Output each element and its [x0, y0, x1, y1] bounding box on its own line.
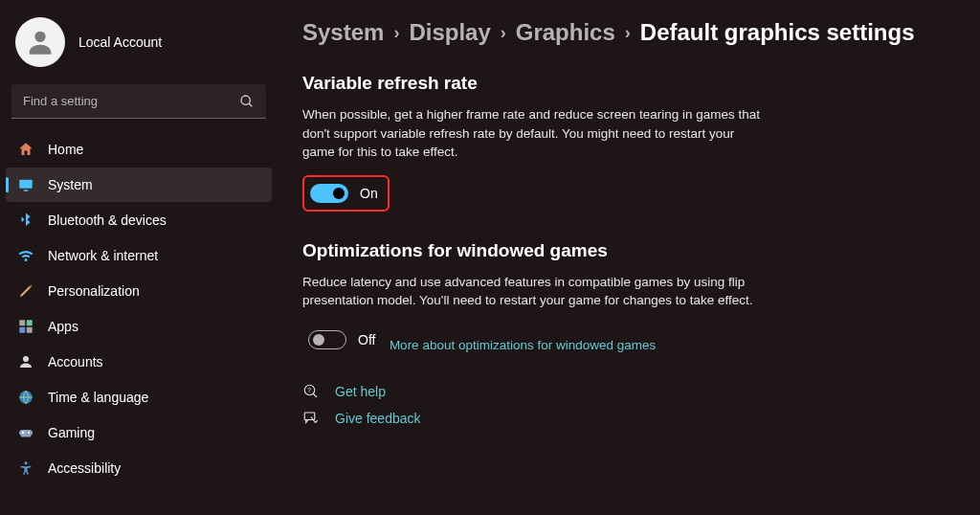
svg-rect-4	[24, 190, 29, 191]
nav-list: Home System Bluetooth & devices Network …	[0, 132, 278, 485]
sidebar-item-network[interactable]: Network & internet	[6, 238, 272, 273]
breadcrumb: System › Display › Graphics › Default gr…	[302, 19, 970, 46]
section-title-windowed: Optimizations for windowed games	[302, 240, 970, 261]
svg-point-11	[28, 432, 30, 434]
accounts-icon	[17, 353, 34, 370]
get-help-row[interactable]: ? Get help	[302, 383, 970, 400]
sidebar-item-accessibility[interactable]: Accessibility	[6, 451, 272, 485]
sidebar-item-gaming[interactable]: Gaming	[6, 415, 272, 450]
breadcrumb-graphics[interactable]: Graphics	[516, 19, 615, 46]
accessibility-icon	[17, 459, 34, 477]
sidebar-item-label: Accounts	[48, 354, 103, 369]
apps-icon	[17, 318, 34, 335]
home-icon	[17, 141, 34, 158]
breadcrumb-current: Default graphics settings	[640, 19, 915, 46]
feedback-row[interactable]: Give feedback	[302, 410, 970, 427]
get-help-link[interactable]: Get help	[335, 384, 386, 399]
user-name: Local Account	[78, 34, 162, 50]
svg-point-1	[241, 96, 250, 104]
svg-rect-18	[304, 413, 315, 420]
sidebar-item-time-language[interactable]: Time & language	[6, 380, 272, 414]
user-account-row[interactable]: Local Account	[0, 17, 278, 84]
section-windowed: Optimizations for windowed games Reduce …	[302, 240, 970, 356]
svg-rect-5	[19, 320, 25, 325]
section-desc-vrr: When possible, get a higher frame rate a…	[302, 105, 762, 162]
sidebar-item-label: Time & language	[48, 390, 148, 405]
sidebar-item-apps[interactable]: Apps	[6, 309, 272, 344]
vrr-toggle-label: On	[360, 186, 378, 201]
search-input[interactable]	[11, 84, 266, 119]
svg-point-14	[25, 461, 28, 464]
sidebar-item-label: Home	[48, 142, 83, 157]
sidebar-item-label: System	[48, 177, 93, 192]
system-icon	[17, 176, 34, 193]
wifi-icon	[17, 247, 34, 264]
svg-line-16	[313, 393, 317, 397]
gaming-icon	[17, 424, 34, 441]
svg-point-9	[23, 356, 29, 362]
avatar	[15, 17, 65, 67]
feedback-link[interactable]: Give feedback	[335, 411, 421, 426]
svg-rect-6	[27, 320, 33, 325]
sidebar-item-bluetooth[interactable]: Bluetooth & devices	[6, 203, 272, 237]
section-title-vrr: Variable refresh rate	[302, 73, 970, 94]
sidebar-item-label: Bluetooth & devices	[48, 213, 167, 228]
svg-line-2	[249, 103, 252, 106]
globe-icon	[17, 389, 34, 406]
vrr-toggle-row: On	[302, 175, 390, 212]
search-icon	[239, 94, 255, 109]
svg-rect-3	[19, 180, 33, 189]
feedback-icon	[302, 410, 320, 427]
learn-more-link[interactable]: More about optimizations for windowed ga…	[390, 338, 656, 352]
sidebar-item-system[interactable]: System	[6, 168, 272, 202]
breadcrumb-display[interactable]: Display	[409, 19, 490, 46]
svg-text:?: ?	[307, 387, 311, 393]
sidebar-item-label: Network & internet	[48, 248, 158, 263]
section-vrr: Variable refresh rate When possible, get…	[302, 73, 970, 215]
help-icon: ?	[302, 383, 320, 400]
breadcrumb-system[interactable]: System	[302, 19, 384, 46]
chevron-right-icon: ›	[501, 23, 506, 43]
sidebar-item-label: Gaming	[48, 425, 95, 440]
svg-rect-13	[22, 431, 23, 434]
windowed-toggle-row: Off	[302, 324, 385, 356]
vrr-toggle[interactable]	[310, 184, 348, 203]
section-desc-windowed: Reduce latency and use advanced features…	[302, 273, 762, 310]
sidebar-item-label: Apps	[48, 319, 78, 334]
sidebar: Local Account Home System Bluetooth & de…	[0, 0, 278, 515]
bluetooth-icon	[17, 212, 34, 229]
svg-rect-8	[27, 327, 33, 333]
search-wrap	[11, 84, 266, 119]
sidebar-item-home[interactable]: Home	[6, 132, 272, 167]
sidebar-item-label: Personalization	[48, 283, 140, 299]
chevron-right-icon: ›	[625, 23, 631, 43]
brush-icon	[17, 282, 34, 300]
windowed-toggle-label: Off	[358, 332, 375, 347]
sidebar-item-label: Accessibility	[48, 460, 121, 476]
main-content: System › Display › Graphics › Default gr…	[278, 0, 980, 515]
sidebar-item-accounts[interactable]: Accounts	[6, 345, 272, 379]
windowed-toggle[interactable]	[308, 330, 346, 349]
sidebar-item-personalization[interactable]: Personalization	[6, 274, 272, 308]
chevron-right-icon: ›	[393, 23, 399, 43]
svg-rect-7	[19, 327, 25, 333]
svg-point-0	[34, 32, 45, 42]
